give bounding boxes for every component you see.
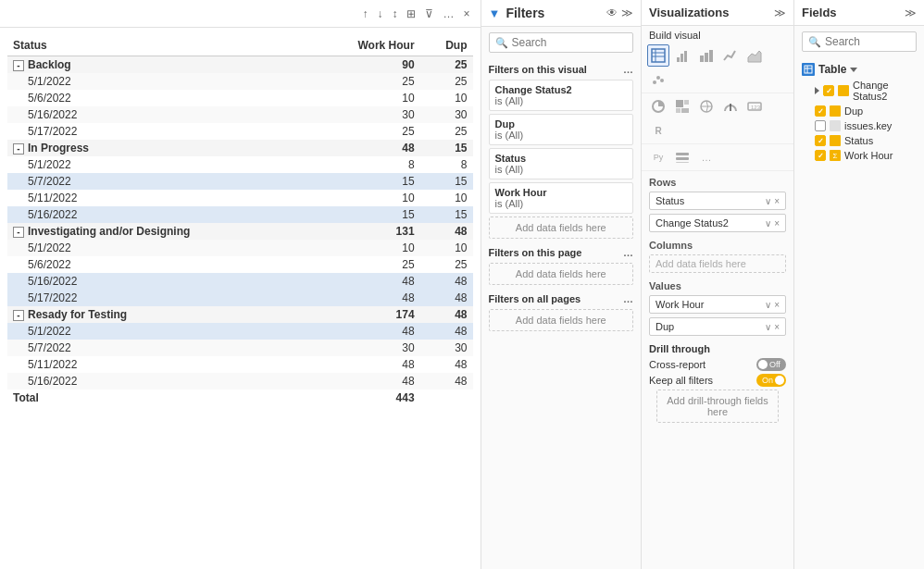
- row-workhour: 48: [311, 373, 420, 390]
- svg-rect-8: [705, 53, 708, 62]
- remove-workhour-btn[interactable]: ∨ ×: [765, 300, 780, 310]
- sort-desc-icon[interactable]: ↓: [374, 6, 385, 22]
- group-dup: 48: [420, 223, 473, 240]
- dup-checkbox[interactable]: ✓: [815, 105, 826, 117]
- field-item-status[interactable]: ✓ Status: [800, 133, 918, 148]
- viz-card-icon[interactable]: 123: [743, 95, 766, 118]
- filters-header-icons: 👁 ≫: [606, 6, 633, 19]
- sort-asc-icon[interactable]: ↑: [359, 6, 370, 22]
- row-workhour: 10: [311, 190, 420, 206]
- viz-area-icon[interactable]: [743, 44, 766, 67]
- more-icon[interactable]: …: [440, 6, 456, 22]
- viz-bar-icon[interactable]: [671, 44, 693, 67]
- issueskey-checkbox[interactable]: [815, 120, 826, 131]
- viz-slicer-icon[interactable]: [671, 146, 693, 168]
- fields-search-box[interactable]: 🔍: [802, 31, 917, 52]
- workhour-label: Work Hour: [844, 150, 893, 161]
- field-item-workhour[interactable]: ✓ Σ Work Hour: [800, 148, 918, 163]
- values-field-dup[interactable]: Dup ∨ ×: [649, 317, 786, 336]
- filters-panel: ▼ Filters 👁 ≫ 🔍 Filters on this visual ……: [481, 0, 643, 569]
- viz-pie-icon[interactable]: [647, 95, 669, 118]
- row-workhour: 10: [311, 90, 420, 106]
- viz-scatter-icon[interactable]: [647, 68, 669, 91]
- col-header-workhour[interactable]: Work Hour: [311, 35, 420, 56]
- viz-table-icon[interactable]: [647, 44, 669, 67]
- row-workhour: 15: [311, 206, 420, 223]
- expand-group-icon[interactable]: -: [13, 60, 24, 71]
- viz-treemap-icon[interactable]: [671, 95, 693, 118]
- cross-report-state: Off: [769, 360, 780, 369]
- row-workhour: 30: [311, 340, 420, 356]
- filter-section-more-icon[interactable]: …: [623, 64, 633, 75]
- table-row: 5/1/2022 25 25: [7, 73, 473, 90]
- viz-gauge-icon[interactable]: [719, 95, 742, 118]
- col-header-dup[interactable]: Dup: [420, 35, 473, 56]
- expand-icon[interactable]: ⊞: [404, 6, 418, 22]
- viz-python-icon[interactable]: Py: [647, 146, 669, 168]
- svg-point-13: [660, 79, 664, 82]
- add-drillthrough-fields-btn[interactable]: Add drill-through fields here: [656, 390, 779, 423]
- fields-search-input[interactable]: [825, 35, 910, 48]
- fields-title: Fields: [802, 6, 905, 19]
- filter-item-status[interactable]: Status is (All): [489, 148, 634, 179]
- viz-expand-icon[interactable]: ≫: [774, 6, 786, 19]
- filter-section-visual: Filters on this visual …: [481, 58, 642, 77]
- keep-all-filters-toggle[interactable]: On: [756, 374, 786, 387]
- add-visual-fields-btn[interactable]: Add data fields here: [489, 216, 634, 239]
- expand-panel-icon[interactable]: ≫: [621, 6, 633, 19]
- filter-item-workhour[interactable]: Work Hour is (All): [489, 182, 634, 214]
- search-icon: 🔍: [495, 37, 508, 49]
- add-page-fields-btn[interactable]: Add data fields here: [489, 263, 634, 285]
- viz-r-icon[interactable]: R: [647, 119, 669, 142]
- rows-field-status[interactable]: Status ∨ ×: [649, 192, 786, 210]
- row-workhour: 48: [311, 323, 420, 340]
- drill-through-title: Drill through: [649, 343, 786, 354]
- fields-panel: Fields ≫ 🔍 Table ✓: [794, 0, 924, 569]
- viz-map-icon[interactable]: [695, 95, 718, 118]
- add-allpages-fields-btn[interactable]: Add data fields here: [489, 309, 634, 331]
- viz-more-icon[interactable]: …: [695, 146, 718, 168]
- rows-field-changestatus2[interactable]: Change Status2 ∨ ×: [649, 214, 786, 232]
- group-name: -Backlog: [7, 56, 311, 74]
- fields-expand-icon[interactable]: ≫: [905, 6, 917, 19]
- viz-column-icon[interactable]: [695, 44, 718, 67]
- expand-group-icon[interactable]: -: [13, 310, 24, 321]
- field-item-changestatus2[interactable]: ✓ Change Status2: [800, 78, 918, 104]
- svg-rect-6: [684, 51, 687, 62]
- field-item-issueskey[interactable]: issues.key: [800, 118, 918, 133]
- field-item-dup[interactable]: ✓ Dup: [800, 104, 918, 118]
- col-header-status[interactable]: Status: [7, 35, 311, 56]
- filter-item-changestatus2[interactable]: Change Status2 is (All): [489, 80, 634, 111]
- sort-both-icon[interactable]: ↕: [389, 6, 400, 22]
- filter-item-dup[interactable]: Dup is (All): [489, 114, 634, 145]
- row-dup: 25: [420, 123, 473, 140]
- svg-rect-27: [805, 66, 812, 73]
- table-icon: [802, 63, 815, 76]
- values-field-workhour[interactable]: Work Hour ∨ ×: [649, 295, 786, 314]
- viz-line-icon[interactable]: [719, 44, 742, 67]
- remove-dup-btn[interactable]: ∨ ×: [765, 322, 780, 332]
- filter-page-more-icon[interactable]: …: [623, 247, 633, 258]
- filters-search-box[interactable]: 🔍: [489, 32, 634, 53]
- workhour-checkbox[interactable]: ✓: [815, 150, 826, 161]
- changestatus2-checkbox[interactable]: ✓: [823, 85, 834, 96]
- row-date: 5/17/2022: [7, 123, 311, 140]
- status-checkbox[interactable]: ✓: [815, 135, 826, 146]
- filters-search-input[interactable]: [512, 36, 628, 49]
- row-date: 5/1/2022: [7, 240, 311, 256]
- remove-status-btn[interactable]: ∨ ×: [765, 196, 780, 206]
- filter-name-status: Status: [495, 153, 628, 164]
- table-container: Status Work Hour Dup -Backlog 90 25 5/1/…: [0, 28, 481, 569]
- field-group-header-table[interactable]: Table: [800, 61, 918, 78]
- remove-changestatus2-btn[interactable]: ∨ ×: [765, 218, 780, 229]
- cross-report-toggle[interactable]: Off: [756, 358, 786, 371]
- filter-icon[interactable]: ⊽: [422, 6, 436, 22]
- eye-icon[interactable]: 👁: [606, 6, 618, 19]
- filter-allpages-more-icon[interactable]: …: [623, 293, 633, 304]
- columns-add-fields[interactable]: Add data fields here: [649, 254, 786, 273]
- row-workhour: 48: [311, 273, 420, 290]
- expand-group-icon[interactable]: -: [13, 143, 24, 155]
- row-workhour: 25: [311, 123, 420, 140]
- expand-group-icon[interactable]: -: [13, 227, 24, 238]
- close-icon[interactable]: ×: [460, 6, 472, 22]
